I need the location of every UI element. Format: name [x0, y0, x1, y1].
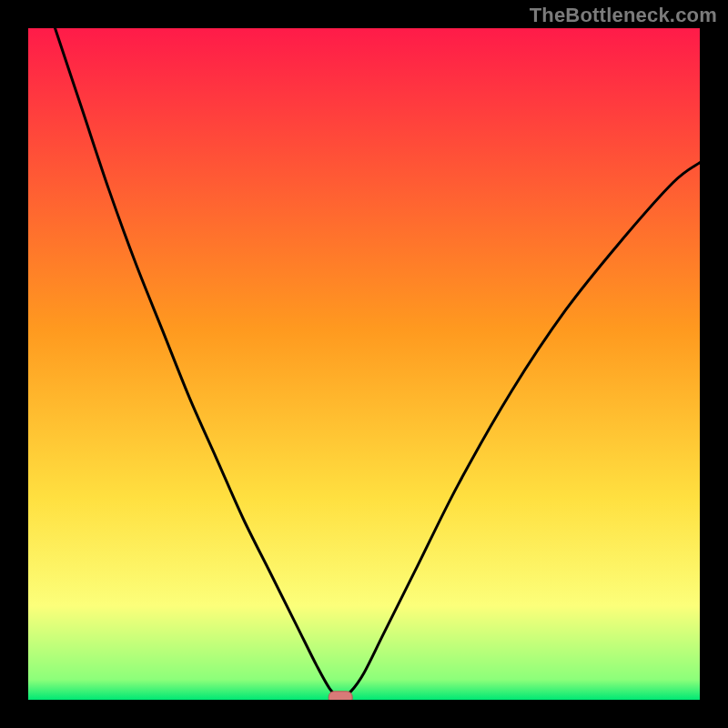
watermark-text: TheBottleneck.com [530, 4, 717, 27]
outer-frame: TheBottleneck.com [0, 0, 728, 728]
vertex-marker [329, 692, 352, 700]
chart-background [28, 28, 700, 700]
bottleneck-chart [28, 28, 700, 700]
